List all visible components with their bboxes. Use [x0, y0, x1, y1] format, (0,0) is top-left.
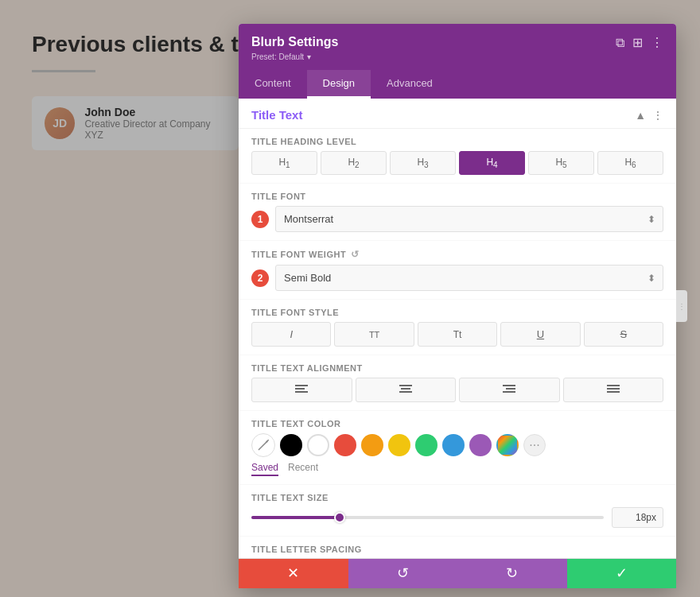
heading-buttons: H1 H2 H3 H4 H5 H6 — [251, 151, 663, 175]
text-size-row: Title Text Size — [239, 485, 676, 537]
letter-spacing-label: Title Letter Spacing — [251, 545, 663, 554]
text-size-thumb[interactable] — [334, 512, 345, 523]
heading-h5-button[interactable]: H5 — [528, 151, 594, 175]
panel-tabs: Content Design Advanced — [239, 70, 676, 99]
heading-h4-button[interactable]: H4 — [459, 151, 525, 175]
heading-h1-button[interactable]: H1 — [251, 151, 317, 175]
color-swatch-more[interactable]: ··· — [523, 434, 546, 456]
color-swatch-green[interactable] — [415, 434, 438, 456]
text-size-input[interactable] — [612, 507, 663, 528]
font-weight-row: Title Font Weight ↺ 2 Semi Bold ⬍ — [239, 241, 676, 300]
preset-selector[interactable]: Preset: Default ▾ — [251, 51, 338, 62]
font-weight-reset-icon[interactable]: ↺ — [351, 249, 360, 260]
letter-spacing-row: Title Letter Spacing 3 — [239, 537, 676, 558]
color-swatch-yellow[interactable] — [388, 434, 410, 456]
text-size-fill — [251, 516, 340, 519]
heading-h3-button[interactable]: H3 — [390, 151, 456, 175]
color-swatch-white[interactable] — [307, 434, 329, 456]
color-swatch-red[interactable] — [334, 434, 356, 456]
font-weight-label: Title Font Weight ↺ — [251, 249, 663, 260]
text-size-label: Title Text Size — [251, 493, 663, 502]
blurb-settings-panel: Blurb Settings Preset: Default ▾ ⧉ ⊞ ⋮ C… — [239, 24, 676, 588]
color-swatches: ··· — [251, 433, 663, 457]
redo-button[interactable]: ↻ — [457, 559, 567, 588]
expand-icon-button[interactable]: ⊞ — [632, 37, 643, 49]
panel-header: Blurb Settings Preset: Default ▾ ⧉ ⊞ ⋮ — [239, 24, 676, 70]
color-tabs: Saved Recent — [251, 462, 663, 476]
text-alignment-label: Title Text Alignment — [251, 363, 663, 373]
more-icon-button[interactable]: ⋮ — [651, 37, 663, 49]
text-color-row: Title Text Color ··· Saved Recent — [239, 411, 676, 485]
tab-design[interactable]: Design — [307, 70, 371, 99]
font-label: Title Font — [251, 192, 663, 201]
align-justify-button[interactable] — [563, 378, 664, 402]
section-collapse-button[interactable]: ▲ — [635, 109, 646, 122]
section-title: Title Text — [251, 108, 302, 122]
color-swatch-black[interactable] — [280, 434, 302, 456]
text-color-label: Title Text Color — [251, 419, 663, 428]
tab-content[interactable]: Content — [239, 70, 307, 99]
heading-h6-button[interactable]: H6 — [597, 151, 663, 175]
align-right-button[interactable] — [459, 378, 560, 402]
color-tab-recent[interactable]: Recent — [288, 462, 318, 476]
section-header: Title Text ▲ ⋮ — [239, 99, 676, 129]
font-row: Title Font 1 Montserrat ⬍ — [239, 184, 676, 241]
color-swatch-orange[interactable] — [361, 434, 383, 456]
step-2-indicator: 2 — [251, 269, 269, 287]
align-center-button[interactable] — [356, 378, 457, 402]
underline-button[interactable]: U — [500, 322, 580, 347]
heading-level-label: Title Heading Level — [251, 137, 663, 146]
panel-title: Blurb Settings — [251, 35, 338, 49]
cancel-button[interactable]: ✕ — [239, 559, 348, 588]
capitalize-button[interactable]: Tt — [418, 322, 497, 347]
color-picker-button[interactable] — [251, 433, 275, 457]
tab-advanced[interactable]: Advanced — [371, 70, 449, 99]
panel-body: Title Text ▲ ⋮ Title Heading Level H1 H2… — [239, 99, 676, 558]
font-select[interactable]: Montserrat — [275, 206, 663, 232]
resize-handle[interactable]: ⋮ — [676, 290, 687, 322]
color-tab-saved[interactable]: Saved — [251, 462, 278, 476]
heading-level-row: Title Heading Level H1 H2 H3 H4 H5 H6 — [239, 129, 676, 184]
panel-header-icons: ⧉ ⊞ ⋮ — [616, 37, 663, 49]
font-style-buttons: I TT Tt U S — [251, 322, 663, 347]
confirm-button[interactable]: ✓ — [567, 559, 677, 588]
font-style-row: Title Font Style I TT Tt U S — [239, 300, 676, 355]
copy-icon-button[interactable]: ⧉ — [616, 37, 624, 49]
font-select-wrapper: 1 Montserrat ⬍ — [251, 206, 663, 232]
panel-footer: ✕ ↺ ↻ ✓ — [239, 558, 676, 588]
text-alignment-buttons — [251, 378, 663, 402]
font-style-label: Title Font Style — [251, 308, 663, 317]
text-size-slider-row — [251, 507, 663, 528]
section-controls: ▲ ⋮ — [635, 109, 663, 122]
undo-button[interactable]: ↺ — [348, 559, 458, 588]
panel-header-left: Blurb Settings Preset: Default ▾ — [251, 35, 338, 62]
text-alignment-row: Title Text Alignment — [239, 355, 676, 411]
align-left-button[interactable] — [251, 378, 352, 402]
color-swatch-blue[interactable] — [442, 434, 465, 456]
step-1-indicator: 1 — [251, 211, 269, 228]
font-weight-select-wrapper: 2 Semi Bold ⬍ — [251, 265, 663, 291]
italic-button[interactable]: I — [251, 322, 331, 347]
strikethrough-button[interactable]: S — [584, 322, 663, 347]
heading-h2-button[interactable]: H2 — [321, 151, 387, 175]
color-swatch-purple[interactable] — [469, 434, 492, 456]
text-size-track[interactable] — [251, 516, 604, 519]
section-more-button[interactable]: ⋮ — [652, 109, 663, 122]
uppercase-button[interactable]: TT — [334, 322, 414, 347]
font-weight-select[interactable]: Semi Bold — [275, 265, 663, 291]
color-swatch-gradient[interactable] — [496, 434, 519, 456]
